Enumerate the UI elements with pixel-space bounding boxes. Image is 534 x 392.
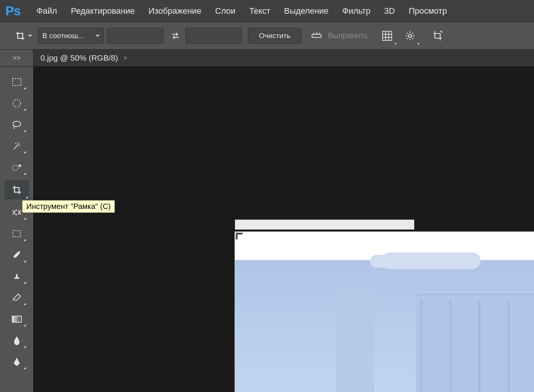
- crop-icon: [11, 185, 22, 195]
- crop-height-input[interactable]: [185, 28, 242, 44]
- tool-eraser[interactable]: [6, 289, 27, 306]
- svg-rect-2: [13, 79, 21, 85]
- options-bar: В соотнош... Очистить Выпрямить: [0, 22, 534, 50]
- crop-settings-button[interactable]: [402, 27, 418, 44]
- clone-stamp-icon: [11, 271, 22, 282]
- app-logo: Ps: [5, 3, 21, 18]
- tool-quick-selection[interactable]: [6, 159, 27, 176]
- svg-rect-0: [312, 34, 321, 37]
- gear-icon: [405, 31, 415, 41]
- tool-brush[interactable]: [6, 247, 27, 263]
- svg-rect-6: [12, 316, 21, 322]
- image-content-region: [416, 294, 534, 392]
- gradient-icon: [11, 315, 22, 323]
- tool-magic-wand[interactable]: [6, 138, 27, 154]
- chevron-down-icon: [28, 35, 32, 37]
- menu-type[interactable]: Текст: [242, 2, 277, 20]
- menu-bar: Ps Файл Редактирование Изображение Слои …: [0, 0, 534, 22]
- menu-layers[interactable]: Слои: [208, 2, 243, 20]
- rectangular-marquee-icon: [12, 78, 22, 86]
- droplet-icon: [13, 335, 21, 346]
- svg-point-1: [409, 34, 412, 37]
- lasso-icon: [11, 120, 22, 130]
- tool-pen[interactable]: [6, 353, 27, 370]
- svg-point-4: [12, 165, 18, 170]
- document-tab-bar: >> 0.jpg @ 50% (RGB/8) ×: [0, 50, 534, 67]
- toolbar-expand-button[interactable]: >>: [0, 50, 34, 66]
- tool-elliptical-marquee[interactable]: [6, 95, 27, 112]
- options-crop-tool-indicator[interactable]: [15, 31, 32, 41]
- image-content-region: [381, 252, 481, 269]
- svg-point-3: [13, 100, 21, 107]
- menu-3d[interactable]: 3D: [377, 2, 402, 20]
- main-area: Инструмент "Рамка" (C): [0, 67, 534, 392]
- magic-wand-icon: [11, 141, 22, 151]
- swap-arrows-icon: [171, 32, 180, 40]
- tool-clone-stamp[interactable]: [6, 268, 27, 285]
- crop-icon: [15, 31, 25, 41]
- image-content-region: [336, 290, 374, 392]
- svg-rect-5: [13, 231, 21, 237]
- tool-artboard[interactable]: [6, 225, 27, 242]
- straighten-icon: [311, 31, 322, 40]
- menu-file[interactable]: Файл: [30, 2, 64, 20]
- image-content-region: [235, 244, 534, 392]
- crop-width-input[interactable]: [107, 28, 163, 44]
- quick-selection-icon: [11, 162, 23, 172]
- tools-panel: [0, 67, 34, 392]
- document-tab[interactable]: 0.jpg @ 50% (RGB/8) ×: [34, 50, 133, 66]
- tool-lasso[interactable]: [6, 116, 27, 133]
- eraser-icon: [11, 293, 22, 302]
- swap-dimensions-button[interactable]: [168, 28, 183, 43]
- menu-image[interactable]: Изображение: [142, 2, 208, 20]
- crop-extra-button[interactable]: [429, 27, 446, 44]
- image-content-region: [235, 220, 414, 230]
- menu-filter[interactable]: Фильтр: [335, 2, 377, 20]
- canvas-area[interactable]: [34, 67, 534, 392]
- crop-aspect-dropdown[interactable]: В соотнош...: [38, 28, 104, 44]
- close-tab-button[interactable]: ×: [123, 54, 127, 62]
- chevron-down-icon: [96, 35, 100, 37]
- pen-icon: [12, 357, 21, 367]
- menu-select[interactable]: Выделение: [277, 2, 336, 20]
- elliptical-marquee-icon: [12, 98, 22, 108]
- tool-crop[interactable]: [5, 180, 29, 199]
- crop-overlay-button[interactable]: [379, 27, 396, 44]
- menu-view[interactable]: Просмотр: [402, 2, 454, 20]
- image-document[interactable]: [235, 231, 534, 392]
- straighten-label: Выпрямить: [328, 31, 368, 40]
- tool-rectangular-marquee[interactable]: [6, 74, 27, 90]
- tool-tooltip: Инструмент "Рамка" (C): [22, 200, 115, 213]
- crop-handle-top-left[interactable]: [236, 233, 243, 239]
- frame-icon: [11, 208, 23, 217]
- artboard-icon: [11, 229, 22, 238]
- document-tab-title: 0.jpg @ 50% (RGB/8): [40, 53, 118, 63]
- menu-edit[interactable]: Редактирование: [64, 2, 142, 20]
- straighten-tool-button[interactable]: [308, 27, 325, 44]
- tool-gradient[interactable]: [6, 311, 27, 328]
- tool-blur[interactable]: [6, 332, 27, 349]
- clear-crop-button[interactable]: Очистить: [248, 28, 301, 44]
- crop-aspect-dropdown-label: В соотнош...: [42, 32, 84, 40]
- brush-icon: [11, 250, 22, 260]
- crop-alt-icon: [432, 31, 443, 41]
- grid-icon: [381, 30, 393, 42]
